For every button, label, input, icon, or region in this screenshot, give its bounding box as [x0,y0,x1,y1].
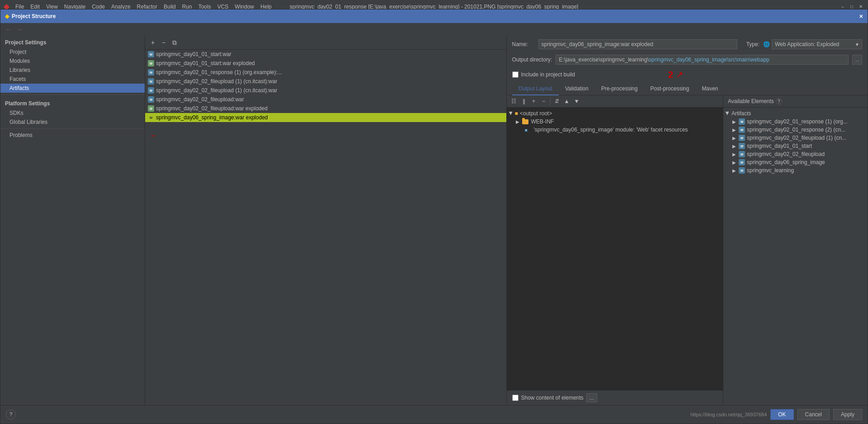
available-help-icon[interactable]: ? [776,98,782,104]
war-icon: W [148,51,154,57]
tree-root-label: <output root> [520,110,552,117]
available-label-ae5: springmvc_day02_02_fileupload [747,151,825,157]
browse-button[interactable]: ... [852,55,862,65]
available-item-ae2[interactable]: ▶ W springmvc_day02_01_response (2) (cn.… [723,126,868,134]
artifact-label-a3: springmvc_day02_01_response (1) (org.exa… [156,69,282,75]
tree-webinf-label: WEB-INF [531,118,554,125]
ok-button[interactable]: OK [770,409,793,420]
vertical-layout-button[interactable]: ‖ [519,97,528,106]
path-highlight: springmvc_day06_spring_image\src\main\we… [649,57,769,63]
back-button[interactable]: ← [4,25,13,34]
tab-output-layout[interactable]: Output Layout [512,83,559,95]
apply-button[interactable]: Apply [833,409,862,420]
expand-ae1-icon: ▶ [732,119,737,124]
artifact-item-a4[interactable]: W springmvc_day02_02_fileupload (1) (cn.… [145,77,506,86]
show-content-label: Show content of elements [521,395,584,401]
available-item-ae1[interactable]: ▶ W springmvc_day02_01_response (1) (org… [723,118,868,126]
tree-item-root[interactable]: ▶ ■ <output root> [507,109,723,118]
war-icon-a5: W [148,87,154,94]
output-tree: ▶ ■ <output root> ▶ WEB-INF ■ 'springmvc… [507,108,723,390]
war-icon-a6: W [148,96,154,103]
available-label-ae7: springmvc_learning [747,167,794,174]
dialog-title-bar: ◆ Project Structure × [0,9,868,23]
sidebar-item-modules[interactable]: Modules [0,57,145,66]
tab-validation[interactable]: Validation [559,83,595,95]
available-elements-label: Available Elements [728,98,774,104]
available-item-ae7[interactable]: ▶ W springmvc_learning [723,166,868,174]
war-icon-ae3: W [739,135,745,141]
tab-post-processing[interactable]: Post-processing [644,83,695,95]
output-dir-path: E:\java_exercise\springmvc_learning\spri… [556,55,849,65]
tree-item-webinf[interactable]: ▶ WEB-INF [507,118,723,126]
sidebar-item-artifacts[interactable]: Artifacts [0,84,145,93]
available-item-ae4[interactable]: ▶ W springmvc_day01_01_start [723,142,868,150]
artifact-toolbar: + − ⧉ [145,36,506,50]
available-item-ae6[interactable]: ▶ W springmvc_day06_spring_image [723,158,868,166]
name-input[interactable] [538,39,737,49]
artifact-label-a4: springmvc_day02_02_fileupload (1) (cn.it… [156,78,277,85]
structure-button[interactable]: ☷ [509,97,519,106]
sidebar-item-libraries[interactable]: Libraries [0,66,145,75]
forward-button[interactable]: → [15,25,24,34]
nav-bar: ← → [0,23,868,36]
war-icon-ae4: W [739,143,745,149]
tab-maven[interactable]: Maven [695,83,724,95]
name-type-row: Name: Type: 🌐 Web Application: Exploded … [507,36,868,53]
resource-icon: ■ [525,127,532,132]
ellipsis-button[interactable]: ... [586,393,597,402]
tree-toolbar: ☷ ‖ + − ⇵ ▲ ▼ [507,95,723,108]
expand-ae3-icon: ▶ [732,136,737,141]
war-icon-ae5: W [739,151,745,157]
sidebar: Project Settings Project Modules Librari… [0,36,145,405]
add-tree-button[interactable]: + [529,97,538,106]
sidebar-item-facets[interactable]: Facets [0,75,145,84]
tab-pre-processing[interactable]: Pre-processing [595,83,644,95]
war-icon-ae7: W [739,167,745,174]
war-exploded-icon-a8: W [148,114,154,121]
add-artifact-button[interactable]: + [148,38,158,47]
show-content-checkbox[interactable] [512,395,519,401]
copy-artifact-button[interactable]: ⧉ [170,38,179,47]
available-group-artifacts[interactable]: ▶ Artifacts [723,109,868,118]
expand-artifacts-icon: ▶ [725,111,730,116]
artifact-item-a3[interactable]: W springmvc_day02_01_response (1) (org.e… [145,68,506,77]
available-item-ae5[interactable]: ▶ W springmvc_day02_02_fileupload [723,150,868,158]
sidebar-item-problems[interactable]: Problems [0,131,145,140]
artifact-item-a7[interactable]: W springmvc_day02_02_fileupload:war expl… [145,104,506,113]
available-item-ae3[interactable]: ▶ W springmvc_day02_02_fileupload (1) (c… [723,134,868,142]
include-checkbox[interactable] [512,71,519,78]
dialog-close-button[interactable]: × [859,13,863,20]
cancel-button[interactable]: Cancel [797,409,830,420]
name-label: Name: [512,41,535,47]
toolbar-divider [550,98,551,105]
sidebar-divider [0,94,145,95]
help-button[interactable]: ? [6,410,16,419]
artifact-item-a6[interactable]: W springmvc_day02_02_fileupload:war [145,95,506,104]
move-up-button[interactable]: ▲ [562,97,571,106]
artifact-list-items: W springmvc_day01_01_start:war W springm… [145,50,506,405]
war-icon-a4: W [148,78,154,85]
available-label-ae1: springmvc_day02_01_response (1) (org... [747,118,848,125]
war-icon-ae6: W [739,159,745,165]
sort-button[interactable]: ⇵ [552,97,561,106]
artifact-label-a7: springmvc_day02_02_fileupload:war explod… [156,105,268,112]
war-icon-a3: W [148,69,154,75]
artifact-item-a8[interactable]: W springmvc_day06_spring_image:war explo… [145,113,506,122]
bottom-left: ? [6,410,16,419]
tree-item-resources[interactable]: ■ 'springmvc_day06_spring_image' module:… [507,126,723,134]
remove-tree-button[interactable]: − [539,97,548,106]
available-label-ae6: springmvc_day06_spring_image [747,159,825,165]
type-dropdown[interactable]: Web Application: Exploded [772,39,862,49]
war-exploded-icon: W [148,60,154,66]
artifact-item-a2[interactable]: W springmvc_day01_01_start:war exploded [145,59,506,68]
artifact-item-a1[interactable]: W springmvc_day01_01_start:war [145,50,506,59]
remove-artifact-button[interactable]: − [159,38,169,47]
output-dir-row: Output directory: E:\java_exercise\sprin… [507,53,868,66]
tree-content-area: ☷ ‖ + − ⇵ ▲ ▼ ▶ ■ <output root> [507,95,868,405]
dialog-icon: ◆ [5,13,9,19]
sidebar-item-project[interactable]: Project [0,47,145,57]
artifact-item-a5[interactable]: W springmvc_day02_02_fileupload (1) (cn.… [145,86,506,95]
sidebar-item-sdks[interactable]: SDKs [0,108,145,118]
move-down-button[interactable]: ▼ [572,97,581,106]
sidebar-item-global-libraries[interactable]: Global Libraries [0,118,145,127]
